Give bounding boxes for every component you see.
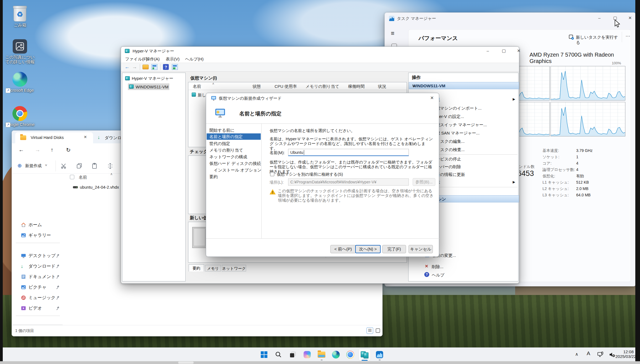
actions-server-group-header[interactable]: WINDOWS11-VM ▲ bbox=[409, 82, 519, 89]
toolbar-folder-icon[interactable] bbox=[143, 65, 149, 69]
column-cpu[interactable]: CPU 使用率 bbox=[275, 84, 297, 89]
hyperv-manager-button-active[interactable] bbox=[359, 349, 371, 361]
cut-icon[interactable] bbox=[60, 163, 67, 169]
tab-memory[interactable]: メモリ bbox=[205, 265, 221, 271]
stat-value: 3.79 GHz bbox=[576, 148, 592, 153]
menu-file[interactable]: ファイル(F) bbox=[125, 57, 148, 62]
tree-root-label[interactable]: Hyper-V マネージャー bbox=[132, 76, 173, 81]
step-memory[interactable]: メモリの割り当て bbox=[209, 148, 243, 153]
new-item-button[interactable]: ⊕ 新規作成 ˅ bbox=[17, 162, 53, 170]
step-before-you-begin[interactable]: 開始する前に bbox=[209, 128, 235, 133]
sidebar-item-gallery[interactable]: ギャラリー bbox=[12, 231, 63, 240]
network-display-icon[interactable] bbox=[597, 351, 604, 358]
action-delete[interactable]: 削除... bbox=[432, 264, 444, 270]
name-column-header[interactable]: 名前 bbox=[79, 175, 87, 180]
tab-virtual-hard-disks[interactable]: Virtual Hard Disks ✕ bbox=[15, 132, 93, 143]
toolbar-back-icon[interactable]: ← bbox=[125, 64, 130, 70]
back-button[interactable]: < 前へ(P) bbox=[330, 245, 356, 253]
tray-clock[interactable]: 12:08 2025/03/22 bbox=[615, 349, 634, 359]
task-view-button[interactable] bbox=[287, 349, 299, 361]
close-icon[interactable]: ✕ bbox=[427, 95, 437, 101]
sidebar-item-documents[interactable]: ドキュメント bbox=[12, 272, 63, 281]
nav-up-icon[interactable]: ↑ bbox=[51, 147, 53, 153]
step-summary[interactable]: 要約 bbox=[209, 174, 218, 180]
tab-network[interactable]: ネットワーク bbox=[222, 265, 246, 271]
action-help[interactable]: ヘルプ bbox=[432, 273, 444, 278]
action-import-vm[interactable]: 仮想マシンのインポート... bbox=[432, 106, 481, 111]
details-view-toggle[interactable] bbox=[367, 327, 373, 334]
sidebar-item-downloads[interactable]: ↓ ダウンロード bbox=[12, 262, 63, 271]
collapse-icon[interactable]: ▲ bbox=[412, 84, 515, 88]
tab-summary[interactable]: 要約 bbox=[189, 264, 204, 271]
column-status[interactable]: 状況 bbox=[378, 84, 386, 89]
sidebar-item-label: ドキュメント bbox=[28, 274, 56, 280]
toolbar-console-window-icon[interactable] bbox=[151, 64, 157, 70]
menu-action[interactable]: 操作(A) bbox=[146, 57, 160, 62]
stat-value: 有効 bbox=[576, 174, 584, 179]
step-name-location-selected[interactable]: 名前と場所の指定 bbox=[207, 133, 261, 140]
chrome-button[interactable] bbox=[344, 349, 356, 361]
bottom-scrollbar-thumb[interactable] bbox=[178, 362, 194, 364]
sidebar-item-music[interactable]: ミュージック bbox=[12, 293, 63, 302]
tab-close-icon[interactable]: ✕ bbox=[84, 135, 87, 139]
more-options-icon[interactable]: ... bbox=[626, 32, 630, 38]
step-generation[interactable]: 世代の指定 bbox=[209, 141, 230, 146]
step-install-options[interactable]: インストール オプション bbox=[214, 168, 262, 173]
close-icon[interactable]: ✕ bbox=[513, 48, 524, 53]
toolbar-export-window-icon[interactable] bbox=[172, 64, 178, 70]
paste-icon[interactable] bbox=[91, 163, 98, 169]
sidebar-item-pictures[interactable]: ピクチャ bbox=[12, 283, 63, 292]
rename-icon[interactable] bbox=[107, 163, 114, 169]
column-state[interactable]: 状態 bbox=[252, 84, 261, 89]
nav-back-icon[interactable]: ← bbox=[19, 147, 24, 153]
desktop-icon-photo-info[interactable]: この写真についての詳しい情報 bbox=[3, 39, 36, 64]
toolbar-help-icon[interactable]: ? bbox=[163, 64, 169, 70]
volume-muted-icon[interactable] bbox=[609, 352, 615, 358]
column-name[interactable]: 名前 bbox=[193, 84, 201, 89]
run-new-task-button[interactable]: 新しいタスクを実行する bbox=[568, 33, 620, 42]
edge-button[interactable] bbox=[330, 349, 342, 361]
sort-ascending-icon[interactable]: ∧ bbox=[110, 172, 113, 176]
copilot-button[interactable] bbox=[301, 349, 313, 361]
maximize-icon[interactable]: ▢ bbox=[498, 48, 509, 53]
menu-view[interactable]: 表示(V) bbox=[166, 57, 180, 62]
search-button[interactable] bbox=[272, 349, 285, 361]
stat-value: 4 bbox=[576, 161, 578, 165]
tree-item-server-selected[interactable]: WINDOWS11-VM bbox=[128, 83, 169, 90]
desktop-icon-edge[interactable]: Microsoft Edge bbox=[3, 72, 36, 93]
copy-icon[interactable] bbox=[76, 163, 83, 169]
sidebar-item-desktop[interactable]: デスクトップ bbox=[12, 251, 63, 260]
task-manager-button[interactable] bbox=[373, 349, 386, 361]
start-button[interactable] bbox=[258, 349, 270, 361]
step-virtual-hard-disk[interactable]: 仮想ハード ディスクの接続 bbox=[209, 161, 261, 166]
menu-help[interactable]: ヘルプ(H) bbox=[185, 57, 204, 62]
ime-mode-icon[interactable]: A bbox=[587, 350, 590, 357]
file-explorer-button[interactable] bbox=[315, 349, 328, 361]
select-all-checkbox[interactable] bbox=[70, 175, 74, 179]
toolbar-forward-icon[interactable]: → bbox=[132, 64, 137, 70]
tab-label: Virtual Hard Disks bbox=[31, 135, 64, 140]
nav-forward-icon[interactable]: → bbox=[35, 147, 40, 153]
minimize-icon[interactable]: – bbox=[482, 48, 493, 53]
store-elsewhere-label[interactable]: 仮想マシンを別の場所に格納する(S) bbox=[277, 172, 343, 177]
column-memory[interactable]: メモリの割り当て bbox=[305, 84, 339, 89]
tray-hidden-icons-chevron[interactable]: ∧ bbox=[575, 352, 578, 357]
step-network[interactable]: ネットワークの構成 bbox=[209, 154, 247, 160]
thumbnail-view-toggle[interactable] bbox=[375, 327, 381, 334]
active-indicator bbox=[362, 360, 368, 361]
store-elsewhere-checkbox[interactable] bbox=[270, 172, 274, 176]
next-button[interactable]: 次へ(N) > bbox=[355, 245, 381, 253]
sidebar-item-videos[interactable]: ビデオ bbox=[12, 304, 63, 313]
vm-name-input[interactable]: Ubuntu bbox=[288, 149, 409, 156]
action-virtual-switch-manager[interactable]: 仮想スイッチ マネージャー... bbox=[432, 122, 487, 128]
hamburger-menu-icon[interactable]: ≡ bbox=[391, 30, 394, 37]
minimize-icon[interactable]: – bbox=[593, 15, 605, 20]
nav-refresh-icon[interactable]: ↻ bbox=[66, 147, 71, 153]
cancel-button[interactable]: キャンセル bbox=[409, 245, 433, 253]
finish-button[interactable]: 完了(F) bbox=[382, 245, 406, 253]
close-icon[interactable]: ✕ bbox=[625, 15, 636, 20]
desktop-icon-recycle-bin[interactable]: ♻ ごみ箱 bbox=[3, 7, 36, 27]
sidebar-item-home[interactable]: ホーム bbox=[12, 220, 63, 230]
column-uptime[interactable]: 稼働時間 bbox=[348, 84, 365, 89]
desktop-icon-chrome[interactable]: Google Chrome bbox=[3, 106, 36, 127]
